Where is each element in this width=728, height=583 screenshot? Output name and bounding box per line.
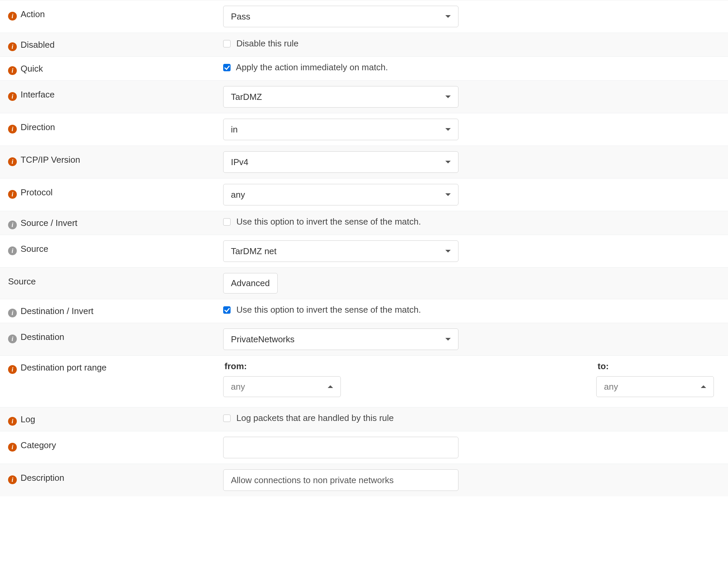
source-select-value: TarDMZ net — [231, 246, 277, 256]
info-icon[interactable]: i — [8, 365, 17, 374]
caret-up-icon — [328, 385, 333, 388]
caret-down-icon — [445, 250, 451, 253]
source-advanced-button-text: Advanced — [231, 278, 270, 288]
direction-select-value: in — [231, 124, 238, 135]
disabled-checkbox-wrap[interactable]: Disable this rule — [223, 38, 298, 48]
info-icon[interactable]: i — [8, 12, 17, 21]
label-protocol: Protocol — [21, 187, 52, 197]
label-destination-port-range: Destination port range — [21, 362, 107, 373]
label-category: Category — [21, 440, 56, 450]
ipversion-select[interactable]: IPv4 — [223, 151, 459, 173]
row-protocol: i Protocol any — [0, 179, 728, 211]
info-icon[interactable]: i — [8, 125, 17, 133]
caret-down-icon — [445, 193, 451, 196]
destination-invert-checkbox-wrap[interactable]: Use this option to invert the sense of t… — [223, 305, 421, 315]
destination-invert-checkbox-text: Use this option to invert the sense of t… — [236, 305, 421, 315]
destination-invert-checkbox[interactable] — [223, 306, 231, 314]
direction-select[interactable]: in — [223, 119, 459, 140]
info-icon[interactable]: i — [8, 92, 17, 101]
caret-down-icon — [445, 338, 451, 340]
port-to-label: to: — [596, 361, 714, 372]
row-direction: i Direction in — [0, 113, 728, 146]
destination-select[interactable]: PrivateNetworks — [223, 328, 459, 350]
port-to-value: any — [604, 382, 618, 392]
action-select-value: Pass — [231, 11, 251, 22]
label-disabled: Disabled — [21, 40, 54, 50]
label-source-invert: Source / Invert — [21, 218, 77, 228]
caret-down-icon — [445, 96, 451, 98]
row-description: i Description — [0, 464, 728, 497]
log-checkbox-wrap[interactable]: Log packets that are handled by this rul… — [223, 413, 394, 423]
label-source: Source — [21, 244, 48, 254]
row-action: i Action Pass — [0, 0, 728, 33]
log-checkbox[interactable] — [223, 414, 231, 422]
row-quick: i Quick Apply the action immediately on … — [0, 57, 728, 81]
protocol-select-value: any — [231, 189, 245, 200]
quick-checkbox-text: Apply the action immediately on match. — [236, 62, 388, 72]
info-icon[interactable]: i — [8, 309, 17, 318]
caret-down-icon — [445, 15, 451, 18]
label-ipversion: TCP/IP Version — [21, 155, 80, 165]
label-log: Log — [21, 414, 35, 424]
port-from-value: any — [231, 382, 245, 392]
description-input[interactable] — [223, 470, 459, 491]
interface-select[interactable]: TarDMZ — [223, 86, 459, 108]
info-icon[interactable]: i — [8, 475, 17, 484]
info-icon[interactable]: i — [8, 190, 17, 199]
row-source-invert: i Source / Invert Use this option to inv… — [0, 211, 728, 235]
quick-checkbox[interactable] — [223, 64, 231, 71]
ipversion-select-value: IPv4 — [231, 157, 249, 168]
row-ipversion: i TCP/IP Version IPv4 — [0, 146, 728, 179]
label-source-advanced: Source — [8, 276, 36, 286]
row-destination: i Destination PrivateNetworks — [0, 323, 728, 356]
port-from-label: from: — [223, 361, 579, 372]
label-destination: Destination — [21, 332, 64, 342]
info-icon[interactable]: i — [8, 334, 17, 343]
row-destination-invert: i Destination / Invert Use this option t… — [0, 299, 728, 323]
source-advanced-button[interactable]: Advanced — [223, 273, 278, 294]
row-disabled: i Disabled Disable this rule — [0, 33, 728, 57]
info-icon[interactable]: i — [8, 66, 17, 75]
row-source: i Source TarDMZ net — [0, 235, 728, 268]
protocol-select[interactable]: any — [223, 184, 459, 205]
source-select[interactable]: TarDMZ net — [223, 240, 459, 262]
quick-checkbox-wrap[interactable]: Apply the action immediately on match. — [223, 62, 388, 72]
row-destination-port-range: i Destination port range from: any to: a… — [0, 356, 728, 407]
label-interface: Interface — [21, 90, 54, 100]
row-log: i Log Log packets that are handled by th… — [0, 407, 728, 431]
source-invert-checkbox-text: Use this option to invert the sense of t… — [236, 217, 421, 227]
label-description: Description — [21, 473, 64, 483]
interface-select-value: TarDMZ — [231, 92, 262, 102]
row-interface: i Interface TarDMZ — [0, 81, 728, 113]
info-icon[interactable]: i — [8, 417, 17, 426]
disabled-checkbox-text: Disable this rule — [236, 38, 298, 48]
log-checkbox-text: Log packets that are handled by this rul… — [236, 413, 394, 423]
source-invert-checkbox[interactable] — [223, 218, 231, 226]
port-to-select[interactable]: any — [596, 376, 714, 397]
row-category: i Category — [0, 431, 728, 464]
info-icon[interactable]: i — [8, 247, 17, 255]
label-destination-invert: Destination / Invert — [21, 306, 94, 316]
label-direction: Direction — [21, 122, 55, 132]
source-invert-checkbox-wrap[interactable]: Use this option to invert the sense of t… — [223, 217, 421, 227]
row-source-advanced: Source Advanced — [0, 268, 728, 299]
info-icon[interactable]: i — [8, 443, 17, 452]
caret-down-icon — [445, 161, 451, 163]
caret-down-icon — [445, 128, 451, 131]
destination-select-value: PrivateNetworks — [231, 334, 294, 345]
info-icon[interactable]: i — [8, 42, 17, 51]
info-icon[interactable]: i — [8, 157, 17, 166]
caret-up-icon — [701, 385, 706, 388]
category-input[interactable] — [223, 437, 459, 458]
port-from-select[interactable]: any — [223, 376, 341, 397]
action-select[interactable]: Pass — [223, 6, 459, 27]
label-quick: Quick — [21, 64, 43, 74]
info-icon[interactable]: i — [8, 221, 17, 229]
label-action: Action — [21, 9, 45, 19]
disabled-checkbox[interactable] — [223, 40, 231, 47]
